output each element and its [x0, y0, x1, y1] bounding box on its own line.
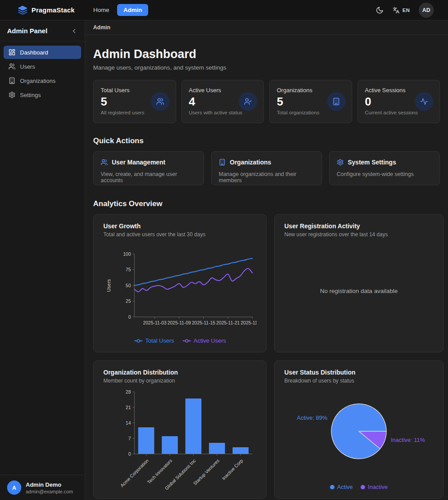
- legend-label: Active Users: [194, 337, 226, 344]
- legend-label: Total Users: [145, 337, 174, 344]
- sidebar-nav: Dashboard Users Organiza: [0, 41, 85, 107]
- page-title: Admin Dashboard: [93, 47, 440, 61]
- user-growth-legend: Total Users Active Users: [134, 337, 226, 344]
- svg-text:Active: 89%: Active: 89%: [297, 414, 327, 421]
- chart-subtitle: Member count by organization: [103, 378, 256, 384]
- sidebar-user-email: admin@example.com: [26, 489, 73, 494]
- sidebar-user-avatar: A: [7, 480, 21, 495]
- stat-card-active-users: Active Users 4 Users with active status: [181, 80, 264, 123]
- translate-icon: [393, 7, 400, 14]
- sidebar-item-organizations[interactable]: Organizations: [4, 74, 81, 87]
- sidebar-item-settings[interactable]: Settings: [4, 88, 81, 102]
- line-marker-icon: [182, 339, 191, 343]
- svg-text:Tech Innovators: Tech Innovators: [146, 458, 173, 485]
- sidebar-user-panel[interactable]: A Admin Demo admin@example.com: [0, 475, 85, 500]
- quick-action-title: System Settings: [348, 159, 396, 166]
- stats-grid: Total Users 5 All registered users Activ…: [93, 80, 440, 123]
- svg-text:Acme Corporation: Acme Corporation: [119, 458, 149, 488]
- sidebar: Admin Panel Dashboard: [0, 20, 85, 500]
- quick-action-description: Configure system-wide settings: [337, 171, 432, 177]
- analytics-heading: Analytics Overview: [93, 199, 440, 208]
- dark-mode-toggle[interactable]: [376, 6, 384, 14]
- user-status-pie-chart: Active: 89%Inactive: 11%: [284, 385, 433, 479]
- legend-item-active[interactable]: Active: [330, 484, 353, 490]
- breadcrumb-bar: Admin: [85, 20, 448, 35]
- building-icon: [8, 77, 16, 84]
- language-label: EN: [402, 8, 410, 13]
- sidebar-title: Admin Panel: [7, 27, 47, 35]
- main-area: Admin Admin Dashboard Manage users, orga…: [85, 20, 448, 500]
- sidebar-collapse-button[interactable]: [71, 27, 78, 35]
- svg-text:100: 100: [123, 251, 131, 257]
- line-marker-icon: [134, 339, 143, 343]
- legend-label: Active: [337, 484, 353, 490]
- users-icon: [101, 159, 108, 166]
- building-icon: [219, 159, 226, 166]
- nav-admin-button[interactable]: Admin: [117, 4, 148, 16]
- chart-title: User Growth: [103, 223, 256, 230]
- nav-home-link[interactable]: Home: [90, 4, 113, 16]
- page-subtitle: Manage users, organizations, and system …: [93, 64, 440, 71]
- brand-name: PragmaStack: [31, 6, 75, 14]
- svg-text:28: 28: [126, 389, 131, 395]
- user-avatar[interactable]: AD: [419, 3, 434, 18]
- users-icon: [151, 92, 169, 111]
- empty-state-message: No registration data available: [320, 288, 398, 294]
- gear-icon: [8, 91, 16, 98]
- quick-action-organizations[interactable]: Organizations Manage organizations and t…: [211, 151, 322, 185]
- quick-actions-heading: Quick Actions: [93, 137, 440, 145]
- sidebar-item-label: Settings: [20, 92, 41, 98]
- sidebar-item-label: Dashboard: [20, 49, 48, 56]
- svg-text:21: 21: [126, 405, 131, 410]
- breadcrumb[interactable]: Admin: [93, 24, 110, 31]
- quick-action-title: Organizations: [230, 159, 271, 166]
- topbar: PragmaStack Home Admin EN AD: [0, 0, 448, 20]
- brand[interactable]: PragmaStack: [18, 5, 75, 15]
- sidebar-item-users[interactable]: Users: [4, 60, 81, 73]
- layers-icon: [18, 5, 28, 15]
- charts-grid: User Growth Total and active users over …: [93, 214, 440, 500]
- svg-text:0: 0: [128, 451, 131, 457]
- svg-text:2025-11-27: 2025-11-27: [241, 320, 256, 325]
- legend-item-total-users[interactable]: Total Users: [134, 337, 174, 344]
- svg-text:Inactive: 11%: Inactive: 11%: [391, 437, 425, 443]
- quick-action-user-management[interactable]: User Management View, create, and manage…: [93, 151, 204, 185]
- sidebar-item-dashboard[interactable]: Dashboard: [4, 46, 81, 59]
- svg-text:14: 14: [126, 420, 131, 426]
- svg-text:50: 50: [126, 283, 131, 288]
- user-growth-card: User Growth Total and active users over …: [93, 214, 267, 352]
- chart-subtitle: Total and active users over the last 30 …: [103, 231, 256, 238]
- gear-icon: [337, 159, 344, 166]
- svg-text:2025-11-21: 2025-11-21: [216, 320, 240, 325]
- svg-text:Inactive Corp: Inactive Corp: [221, 458, 244, 481]
- user-growth-chart: 02550751002025-11-032025-11-092025-11-15…: [103, 250, 256, 333]
- moon-icon: [376, 6, 384, 14]
- stat-card-organizations: Organizations 5 Total organizations: [269, 80, 352, 123]
- users-icon: [8, 63, 16, 70]
- stat-card-total-users: Total Users 5 All registered users: [93, 80, 176, 123]
- sidebar-header: Admin Panel: [0, 20, 85, 41]
- user-status-card: User Status Distribution Breakdown of us…: [274, 360, 444, 499]
- chart-subtitle: Breakdown of users by status: [284, 378, 433, 384]
- sidebar-item-label: Organizations: [20, 78, 55, 84]
- quick-action-title: User Management: [112, 159, 165, 166]
- chart-subtitle: New user registrations over the last 14 …: [284, 231, 433, 238]
- language-switcher[interactable]: EN: [393, 7, 410, 14]
- svg-text:75: 75: [126, 267, 131, 272]
- quick-actions-grid: User Management View, create, and manage…: [93, 151, 440, 185]
- chart-title: User Registration Activity: [284, 223, 433, 230]
- quick-action-system-settings[interactable]: System Settings Configure system-wide se…: [329, 151, 440, 185]
- chart-title: User Status Distribution: [284, 369, 433, 376]
- sidebar-item-label: Users: [20, 63, 35, 70]
- svg-text:Startup Ventures: Startup Ventures: [192, 458, 220, 486]
- legend-item-active-users[interactable]: Active Users: [182, 337, 226, 344]
- organization-distribution-chart: 07142128Acme CorporationTech InnovatorsG…: [103, 387, 256, 490]
- activity-icon: [415, 92, 433, 111]
- legend-item-inactive[interactable]: Inactive: [361, 484, 388, 490]
- organization-distribution-card: Organization Distribution Member count b…: [93, 360, 267, 499]
- quick-action-description: View, create, and manage user accounts: [101, 171, 196, 184]
- svg-text:0: 0: [128, 314, 131, 320]
- topbar-right: EN AD: [376, 3, 434, 18]
- svg-text:Users: Users: [106, 279, 111, 292]
- registration-activity-card: User Registration Activity New user regi…: [274, 214, 444, 352]
